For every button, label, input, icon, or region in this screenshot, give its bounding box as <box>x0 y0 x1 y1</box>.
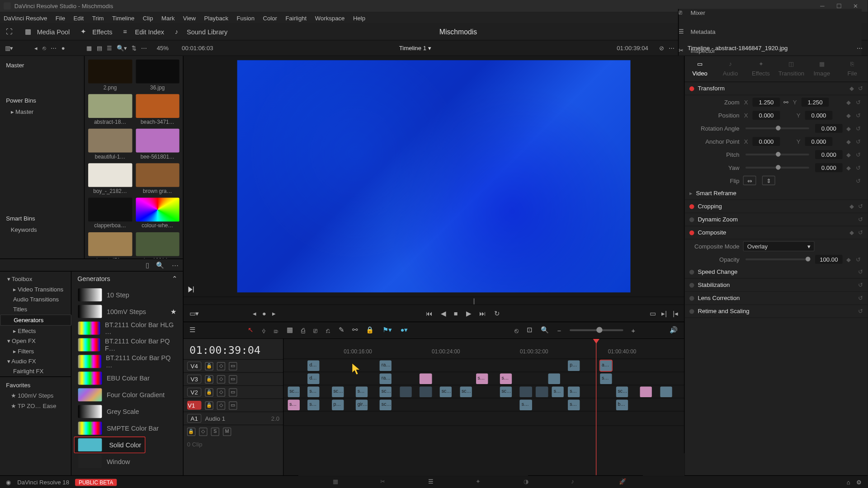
more2-icon[interactable]: ⋯ <box>141 45 147 51</box>
nav-link-icon[interactable]: ⎋ <box>42 45 46 51</box>
clip[interactable]: sc… <box>440 386 452 397</box>
more-icon[interactable]: ⋯ <box>51 45 57 51</box>
timeline-timecode[interactable]: 01:00:39:04 <box>184 339 283 359</box>
nav-prev-icon[interactable]: ◂ <box>34 45 38 51</box>
mute-icon[interactable]: 🔊 <box>670 326 678 334</box>
tab-effects[interactable]: ✦Effects <box>747 61 775 77</box>
favorite-item[interactable]: ★ 100mV Steps <box>0 391 71 401</box>
track-v3[interactable]: d… ra… s… s… s… <box>283 372 684 385</box>
search-icon[interactable]: 🔍 <box>156 261 164 269</box>
generator-item[interactable]: EBU Color Bar <box>74 370 180 386</box>
clip[interactable] <box>420 386 432 397</box>
page-fusion[interactable]: ✦ <box>476 478 487 486</box>
match-icon[interactable]: ● <box>262 310 266 317</box>
menu-item[interactable]: Mark <box>161 14 175 21</box>
go-end-icon[interactable]: ▸| <box>661 310 667 317</box>
flip-h-button[interactable]: ⇔ <box>743 176 756 185</box>
media-thumbnail[interactable]: bee-561801… <box>136 129 179 160</box>
play-icon[interactable]: ▶ <box>466 310 471 317</box>
play-next-icon[interactable] <box>187 286 194 293</box>
clip[interactable]: sc… <box>460 386 472 397</box>
page-fairlight[interactable]: ♪ <box>571 478 583 486</box>
yaw-input[interactable] <box>815 163 843 172</box>
metadata-button[interactable]: ☰Metadata <box>679 28 851 36</box>
more3-icon[interactable]: ⋯ <box>669 45 675 51</box>
openfx-node[interactable]: ▾ Open FX <box>0 336 71 346</box>
layout-icon[interactable]: ▯ <box>146 261 149 269</box>
media-thumbnail[interactable]: boy_-_2182… <box>88 163 132 194</box>
pitch-slider[interactable] <box>745 153 809 155</box>
in-out-icon[interactable]: ▭▾ <box>189 310 199 317</box>
clip[interactable] <box>400 386 412 397</box>
clip[interactable]: s… <box>568 386 580 397</box>
menu-item[interactable]: Fairlight <box>285 14 307 21</box>
clip[interactable]: s… <box>476 373 488 384</box>
ripple-icon[interactable]: ✎ <box>339 326 344 334</box>
generator-item[interactable]: SMPTE Color Bar <box>74 420 180 436</box>
effects-button[interactable]: ✦Effects <box>80 28 112 36</box>
clip-selected[interactable]: a… <box>600 360 612 371</box>
edit-index-button[interactable]: ≡Edit Index <box>123 28 164 36</box>
go-start-icon[interactable]: |◂ <box>673 310 678 317</box>
track-v1[interactable]: s… s… p… gir… sc… s… s… b… <box>283 399 684 412</box>
filters-node[interactable]: ▸ Filters <box>0 346 71 356</box>
clip[interactable] <box>660 386 672 397</box>
favorite-item[interactable]: ★ TP ZO… Ease <box>0 401 71 411</box>
snap-icon[interactable]: ⎋ <box>514 327 519 334</box>
zoom-in-icon[interactable]: + <box>632 327 635 334</box>
clip[interactable] <box>548 373 560 384</box>
clip[interactable]: s… <box>288 399 300 410</box>
dynamic-zoom-header[interactable]: Dynamic Zoom↺ <box>684 213 868 226</box>
audiofx-node[interactable]: ▾ Audio FX <box>0 356 71 366</box>
last-frame-icon[interactable]: ⏭ <box>479 310 486 317</box>
thumb-icon[interactable]: ▤ <box>97 45 102 51</box>
pos-x-input[interactable] <box>753 110 780 119</box>
zoom-detail-icon[interactable]: 🔍 <box>541 326 549 334</box>
clip[interactable]: sc… <box>288 386 300 397</box>
media-pool-button[interactable]: ▦Media Pool <box>25 28 70 36</box>
opacity-input[interactable] <box>815 254 843 263</box>
clip[interactable]: s… <box>520 399 532 410</box>
media-thumbnail[interactable]: beach-3471… <box>136 94 179 125</box>
cropping-header[interactable]: Cropping◆↺ <box>684 200 868 213</box>
clip[interactable]: ra… <box>380 360 392 371</box>
rotation-slider[interactable] <box>745 127 809 129</box>
zoom-x-input[interactable] <box>753 97 780 106</box>
marker-icon[interactable]: ●▾ <box>401 326 408 334</box>
page-cut[interactable]: ✂ <box>380 478 392 486</box>
clip[interactable]: s… <box>307 399 320 410</box>
anchor-x-input[interactable] <box>753 136 780 145</box>
reverse-icon[interactable]: ◀ <box>441 310 446 317</box>
page-color[interactable]: ◑ <box>524 478 535 486</box>
blade-tool-icon[interactable]: ⎀ <box>262 327 266 334</box>
media-thumbnail[interactable]: desert-471… <box>88 232 132 258</box>
tab-video[interactable]: ▭Video <box>686 61 714 77</box>
lock-icon[interactable]: 🔒 <box>366 326 374 334</box>
generators-node[interactable]: Generators <box>0 314 71 326</box>
keywords-bin[interactable]: Keywords <box>0 224 84 235</box>
yaw-slider[interactable] <box>745 166 809 168</box>
track-header-v1[interactable]: V1🔒◇▭ <box>184 399 283 412</box>
clip[interactable]: p… <box>332 399 344 410</box>
media-thumbnail[interactable]: dog-18014… <box>136 232 179 258</box>
page-edit[interactable]: ☰ <box>428 478 440 486</box>
opacity-slider[interactable] <box>745 258 809 260</box>
selection-tool-icon[interactable]: ↖ <box>248 326 253 334</box>
clip[interactable]: b… <box>616 399 628 410</box>
media-thumbnail[interactable]: 2.png <box>88 60 132 91</box>
timeline-ruler[interactable]: 01:00:16:00 01:00:24:00 01:00:32:00 01:0… <box>283 339 684 359</box>
track-a1[interactable] <box>283 412 684 426</box>
tab-transition[interactable]: ◫Transition <box>778 61 805 77</box>
track-header-v4[interactable]: V4🔒◇▭ <box>184 359 283 372</box>
track-header-a1-ctl[interactable]: 🔒◇SM <box>184 425 283 438</box>
clip[interactable]: sc… <box>332 386 344 397</box>
transform-header[interactable]: Transform◆↺ <box>684 82 868 95</box>
track-v2[interactable]: sc… s… sc… s… sc… sc… sc… sc… s… s… sc… <box>283 385 684 399</box>
clip[interactable]: s… <box>552 386 564 397</box>
link-icon[interactable]: ⚯ <box>783 99 788 105</box>
trim-tool-icon[interactable]: ⎄ <box>274 327 278 334</box>
generator-item[interactable]: Solid Color <box>74 436 145 453</box>
generator-item[interactable]: BT.2111 Color Bar PQ … <box>74 353 180 370</box>
tab-image[interactable]: ▦Image <box>808 61 835 77</box>
record-icon[interactable]: ● <box>61 45 65 51</box>
